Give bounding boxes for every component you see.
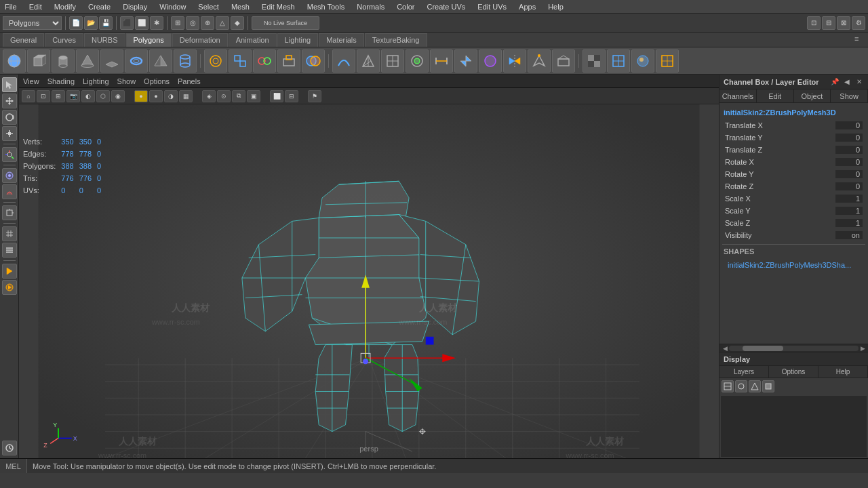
shelf-icon-mirror[interactable] <box>503 49 526 73</box>
vt-home[interactable]: ⌂ <box>22 90 35 102</box>
paint-select-button[interactable]: ✱ <box>150 16 163 30</box>
snap-curve-button[interactable]: ◎ <box>186 16 199 30</box>
menu-normals[interactable]: Normals <box>355 3 387 11</box>
layout-button-2[interactable]: ⊟ <box>822 16 835 30</box>
shelf-icon-separate[interactable] <box>253 49 276 73</box>
shape-item-1[interactable]: initialSkin2:ZBrushPolyMesh3DSha... <box>725 260 863 270</box>
menu-edit-mesh[interactable]: Edit Mesh <box>260 3 297 11</box>
display-tab-options[interactable]: Options <box>769 366 818 378</box>
vt-hud[interactable]: ▣ <box>247 90 260 102</box>
show-manip-lt[interactable] <box>2 205 17 220</box>
canvas-area[interactable]: 人人素材 www.rr-sc.com 人人素材 www.rr-sc.com 人人… <box>19 104 719 458</box>
render-lt[interactable] <box>2 264 17 279</box>
shelf-icon-append[interactable] <box>454 49 477 73</box>
no-live-surface-button[interactable]: No Live Surface <box>252 16 319 30</box>
layout-button-1[interactable]: ⊡ <box>807 16 821 30</box>
rotate-z-row[interactable]: Rotate Z 0 <box>722 180 865 192</box>
vt-light-mode[interactable]: ● <box>134 90 148 102</box>
scale-y-row[interactable]: Scale Y 1 <box>722 205 865 217</box>
shelf-icon-uv[interactable] <box>656 49 679 73</box>
vp-menu-lighting[interactable]: Lighting <box>83 77 109 85</box>
scale-z-row[interactable]: Scale Z 1 <box>722 217 865 229</box>
vt-shading[interactable]: ◐ <box>81 90 95 102</box>
vp-menu-shading[interactable]: Shading <box>47 77 75 85</box>
display-tab-help[interactable]: Help <box>818 366 868 378</box>
scroll-thumb[interactable] <box>743 346 783 351</box>
vt-resolution-gate[interactable]: ⬜ <box>270 90 283 102</box>
shelf-icon-cube[interactable] <box>27 49 50 73</box>
menu-mesh-tools[interactable]: Mesh Tools <box>305 3 347 11</box>
shelf-icon-cone[interactable] <box>76 49 99 73</box>
scale-y-value[interactable]: 1 <box>835 207 863 215</box>
rotate-y-value[interactable]: 0 <box>835 170 863 178</box>
display-icon-1[interactable] <box>722 380 734 392</box>
shelf-tab-materials[interactable]: Materials <box>319 33 364 47</box>
shelf-icon-sculpt[interactable] <box>479 49 502 73</box>
shelf-tab-nurbs[interactable]: NURBS <box>84 33 125 47</box>
shelf-icon-subdiv[interactable] <box>204 49 227 73</box>
vt-smooth[interactable]: ◉ <box>111 90 125 102</box>
rotate-y-row[interactable]: Rotate Y 0 <box>722 168 865 180</box>
shelf-icon-triangulate[interactable] <box>357 49 380 73</box>
display-icon-4[interactable] <box>762 380 774 392</box>
vt-light3[interactable]: ◑ <box>164 90 178 102</box>
translate-x-row[interactable]: Translate X 0 <box>722 119 865 131</box>
shelf-options-icon[interactable]: ≡ <box>854 35 865 45</box>
shelf-tab-deformation[interactable]: Deformation <box>172 33 228 47</box>
cb-close-icon[interactable]: ✕ <box>854 77 864 87</box>
menu-display[interactable]: Display <box>121 3 149 11</box>
shelf-icon-booleans[interactable] <box>302 49 325 73</box>
snap-surface-button[interactable]: ◆ <box>231 16 244 30</box>
ipr-lt[interactable] <box>2 280 17 295</box>
menu-create[interactable]: Create <box>86 3 113 11</box>
shelf-icon-checker[interactable] <box>583 49 606 73</box>
layout-button-3[interactable]: ⊠ <box>837 16 850 30</box>
shelf-icon-pyramid[interactable] <box>149 49 172 73</box>
vt-xray[interactable]: ◈ <box>202 90 216 102</box>
translate-x-value[interactable]: 0 <box>835 121 863 129</box>
cb-tab-show[interactable]: Show <box>831 89 868 102</box>
cb-tab-channels[interactable]: Channels <box>719 89 757 102</box>
vp-menu-options[interactable]: Options <box>144 77 170 85</box>
vt-overlay[interactable]: ⧉ <box>232 90 245 102</box>
scale-x-value[interactable]: 1 <box>835 195 863 203</box>
menu-help[interactable]: Help <box>546 3 566 11</box>
grid-lt[interactable] <box>2 226 17 241</box>
shelf-icon-wedge[interactable] <box>552 49 575 73</box>
channel-box-scrollbar[interactable]: ◀ ▶ <box>719 344 868 352</box>
rotate-x-row[interactable]: Rotate X 0 <box>722 156 865 168</box>
visibility-row[interactable]: Visibility on <box>722 229 865 241</box>
select-tool-button[interactable]: ⬛ <box>120 16 134 30</box>
scroll-right-icon[interactable]: ▶ <box>859 344 867 352</box>
scroll-left-icon[interactable]: ◀ <box>721 344 729 352</box>
sculpt-lt[interactable] <box>2 184 17 199</box>
menu-edit-uvs[interactable]: Edit UVs <box>475 3 509 11</box>
shelf-icon-bridge[interactable] <box>430 49 453 73</box>
vt-isolate[interactable]: ⊙ <box>217 90 231 102</box>
shelf-icon-plane[interactable] <box>100 49 123 73</box>
scroll-track[interactable] <box>729 346 859 351</box>
shelf-icon-quadrangulate[interactable] <box>381 49 404 73</box>
vt-shadow[interactable]: ▦ <box>179 90 193 102</box>
shelf-icon-cylinder[interactable] <box>52 49 75 73</box>
cb-tab-edit[interactable]: Edit <box>757 89 794 102</box>
menu-mesh[interactable]: Mesh <box>229 3 252 11</box>
snap-point-button[interactable]: ⊕ <box>201 16 214 30</box>
vt-wire[interactable]: ⬡ <box>96 90 110 102</box>
shelf-icon-extract[interactable] <box>277 49 300 73</box>
shelf-tab-polygons[interactable]: Polygons <box>126 33 172 47</box>
translate-z-value[interactable]: 0 <box>835 146 863 154</box>
mode-dropdown[interactable]: Polygons NURBS Subdivision <box>3 16 62 30</box>
vp-menu-view[interactable]: View <box>23 77 39 85</box>
display-tab-layers[interactable]: Layers <box>719 366 769 378</box>
universal-manip-lt[interactable] <box>2 147 17 162</box>
viewport[interactable]: View Shading Lighting Show Options Panel… <box>19 75 719 458</box>
scale-tool-lt[interactable] <box>2 126 17 141</box>
rotate-tool-lt[interactable] <box>2 110 17 125</box>
translate-y-value[interactable]: 0 <box>835 134 863 142</box>
save-scene-button[interactable]: 💾 <box>99 16 113 30</box>
cb-tab-object[interactable]: Object <box>794 89 831 102</box>
menu-color[interactable]: Color <box>395 3 416 11</box>
soft-mod-lt[interactable] <box>2 168 17 183</box>
rotate-z-value[interactable]: 0 <box>835 182 863 190</box>
